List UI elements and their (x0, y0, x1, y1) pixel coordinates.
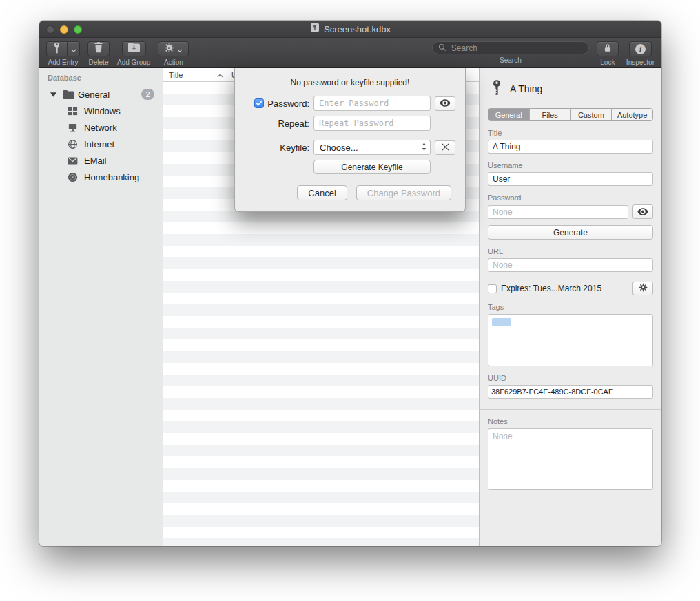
uuid-label: UUID (488, 374, 653, 382)
add-entry-button[interactable] (46, 41, 68, 56)
keyfile-popup-button[interactable]: Choose... (313, 140, 431, 155)
eye-icon (637, 206, 648, 218)
password-label: Password: (267, 98, 309, 109)
key-icon (491, 79, 503, 98)
sheet-message: No password or keyfile supplied! (245, 78, 455, 87)
tab-autotype[interactable]: Autotype (612, 109, 652, 120)
clear-keyfile-button[interactable] (435, 140, 455, 155)
password-label-row: Password: (245, 98, 309, 109)
column-header-title[interactable]: Title (163, 68, 227, 81)
repeat-password-input[interactable] (313, 116, 431, 131)
key-icon (52, 42, 61, 56)
windows-icon (67, 106, 79, 116)
title-label: Title (488, 129, 653, 137)
sidebar-item-general[interactable]: General 2 (39, 86, 163, 103)
lock-label: Lock (600, 59, 615, 66)
sidebar: Database General 2 Windows (39, 68, 163, 546)
generate-password-button[interactable]: Generate (488, 225, 653, 240)
envelope-icon (67, 157, 79, 165)
add-entry-label: Add Entry (48, 59, 79, 66)
repeat-label: Repeat: (245, 118, 309, 129)
close-icon (442, 141, 449, 154)
delete-label: Delete (89, 59, 109, 66)
tags-field[interactable] (488, 314, 653, 366)
search-input[interactable] (450, 43, 583, 54)
notes-field[interactable] (488, 428, 653, 490)
add-entry-dropdown-button[interactable] (68, 41, 80, 56)
username-label: Username (488, 161, 653, 169)
trash-icon (94, 42, 103, 56)
computer-icon (67, 123, 79, 133)
lock-button[interactable] (597, 41, 619, 56)
disclosure-triangle-icon[interactable] (48, 92, 59, 97)
delete-group: Delete (88, 41, 110, 66)
globe-icon (67, 139, 79, 149)
tab-custom[interactable]: Custom (571, 109, 612, 120)
close-button[interactable] (46, 25, 54, 34)
info-icon: i (635, 44, 646, 54)
inspector-label: Inspector (626, 59, 655, 66)
keyfile-value: Choose... (320, 143, 358, 153)
zoom-button[interactable] (74, 25, 82, 34)
search-field[interactable] (432, 41, 589, 54)
inspector-panel: A Thing General Files Custom Autotype Ti… (479, 68, 661, 546)
inspector-button[interactable]: i (629, 41, 652, 56)
uuid-field[interactable] (488, 385, 653, 399)
password-field[interactable] (488, 205, 628, 219)
document-icon (310, 23, 320, 35)
app-window: Screenshot.kdbx Add Entry (39, 21, 661, 546)
gear-icon (164, 43, 174, 56)
sidebar-item-email[interactable]: EMail (39, 152, 163, 169)
password-checkbox[interactable] (254, 98, 264, 108)
toolbar: Add Entry Delete Add Group (39, 38, 661, 68)
sidebar-item-label: Internet (84, 139, 114, 149)
cancel-button[interactable]: Cancel (297, 185, 347, 200)
change-password-button[interactable]: Change Password (356, 185, 451, 200)
password-label: Password (488, 193, 653, 202)
password-input[interactable] (313, 96, 431, 111)
divider (480, 409, 661, 410)
add-group-button[interactable] (122, 41, 146, 56)
minimize-button[interactable] (60, 25, 68, 34)
inspector-group: i Inspector (626, 41, 655, 66)
titlebar[interactable]: Screenshot.kdbx (39, 21, 661, 38)
add-group-group: Add Group (117, 41, 150, 66)
generate-keyfile-button[interactable]: Generate Keyfile (313, 160, 431, 174)
reveal-password-button[interactable] (435, 96, 455, 111)
tab-files[interactable]: Files (530, 109, 571, 120)
action-group: Action (158, 41, 189, 66)
tag-chip[interactable] (492, 318, 511, 326)
sidebar-item-network[interactable]: Network (39, 119, 163, 136)
sidebar-item-internet[interactable]: Internet (39, 136, 163, 152)
expires-label: Expires: Tues...March 2015 (501, 284, 628, 293)
lock-group: Lock (597, 41, 619, 66)
delete-button[interactable] (88, 41, 110, 56)
notes-label: Notes (488, 417, 653, 425)
url-field[interactable] (488, 258, 653, 272)
expires-checkbox[interactable] (488, 284, 497, 293)
add-entry-group: Add Entry (46, 41, 80, 66)
title-field[interactable] (488, 140, 653, 154)
keyfile-label: Keyfile: (245, 143, 309, 153)
sort-ascending-icon (217, 71, 223, 79)
url-label: URL (488, 247, 653, 255)
chevron-down-icon (71, 43, 76, 55)
sidebar-item-homebanking[interactable]: Homebanking (39, 169, 163, 185)
sidebar-item-label: General (78, 89, 110, 100)
expires-settings-button[interactable] (632, 282, 653, 295)
sidebar-item-label: Homebanking (84, 172, 139, 182)
traffic-lights (46, 25, 82, 34)
username-field[interactable] (488, 172, 653, 186)
folder-plus-icon (128, 43, 140, 55)
reveal-password-button[interactable] (632, 204, 653, 219)
entry-title: A Thing (510, 83, 542, 94)
gear-icon (639, 283, 648, 294)
change-password-sheet: No password or keyfile supplied! Passwor… (234, 68, 466, 212)
content: Database General 2 Windows (39, 68, 661, 546)
sidebar-item-windows[interactable]: Windows (39, 103, 163, 119)
tab-general[interactable]: General (488, 109, 530, 120)
search-icon (438, 42, 446, 54)
action-button[interactable] (158, 41, 189, 56)
sidebar-header: Database (39, 74, 163, 86)
eye-icon (440, 97, 451, 109)
